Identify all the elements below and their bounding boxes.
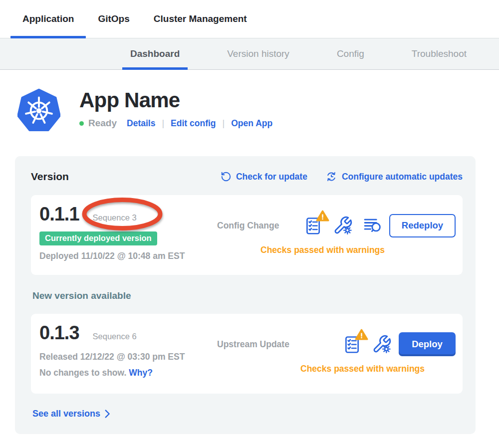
available-version-sequence: Sequence 6	[93, 332, 137, 341]
tab-cluster-management[interactable]: Cluster Management	[142, 0, 259, 38]
warning-triangle-icon	[355, 328, 368, 341]
tab-troubleshoot[interactable]: Troubleshoot	[404, 38, 475, 69]
no-changes-text: No changes to show.	[39, 368, 126, 378]
version-panel-title: Version	[31, 171, 221, 183]
config-tools-button[interactable]	[333, 216, 353, 235]
current-checks-status: Checks passed with warnings	[260, 245, 385, 255]
open-app-link[interactable]: Open App	[231, 118, 272, 129]
deployed-timestamp: Deployed 11/10/22 @ 10:48 am EST	[39, 251, 215, 261]
app-sub-nav: Dashboard Version history Config Trouble…	[0, 38, 499, 70]
check-for-update-button[interactable]: Check for update	[221, 171, 307, 183]
app-header: App Name Ready Details | Edit config | O…	[17, 88, 499, 133]
kubernetes-logo-icon	[17, 88, 60, 133]
tab-config[interactable]: Config	[329, 38, 372, 69]
available-change-type-label: Upstream Update	[217, 339, 302, 350]
available-version-card: 0.1.3 Sequence 6 Released 12/12/22 @ 03:…	[31, 314, 463, 394]
clock-refresh-icon	[325, 171, 337, 183]
chevron-right-icon	[105, 410, 110, 418]
preflight-logs-icon	[363, 218, 382, 233]
currently-deployed-badge: Currently deployed version	[39, 231, 157, 245]
divider: |	[223, 118, 225, 129]
tab-dashboard[interactable]: Dashboard	[122, 38, 188, 69]
refresh-icon	[221, 171, 232, 182]
divider: |	[162, 118, 164, 129]
tab-gitops[interactable]: GitOps	[86, 0, 141, 38]
available-version-number: 0.1.3	[39, 322, 79, 344]
current-version-number: 0.1.1	[39, 204, 79, 225]
configure-automatic-updates-button[interactable]: Configure automatic updates	[325, 171, 463, 183]
no-changes-line: No changes to show. Why?	[39, 368, 215, 378]
new-version-available-label: New version available	[32, 290, 463, 301]
tab-version-history[interactable]: Version history	[219, 38, 297, 69]
redeploy-button[interactable]: Redeploy	[389, 214, 456, 237]
current-version-sequence: Sequence 3	[93, 213, 137, 223]
status-dot-icon	[79, 121, 84, 126]
version-diff-checklist-button[interactable]	[343, 335, 361, 354]
see-all-versions-link[interactable]: See all versions	[32, 409, 110, 419]
preflight-logs-button[interactable]	[363, 218, 382, 233]
deploy-button[interactable]: Deploy	[399, 332, 456, 356]
page-title: App Name	[79, 89, 272, 112]
see-all-versions-label: See all versions	[32, 409, 100, 419]
primary-nav: Application GitOps Cluster Management	[0, 0, 499, 38]
tab-application[interactable]: Application	[10, 0, 86, 38]
current-version-card: 0.1.1 Sequence 3 Currently deployed vers…	[31, 195, 463, 275]
version-panel: Version Check for update Configure autom…	[15, 156, 476, 434]
edit-config-link[interactable]: Edit config	[171, 118, 216, 129]
released-timestamp: Released 12/12/22 @ 03:30 pm EST	[39, 352, 215, 362]
wrench-gear-icon	[333, 216, 353, 235]
warning-triangle-icon	[316, 210, 329, 222]
configure-automatic-updates-label: Configure automatic updates	[342, 172, 463, 182]
details-link[interactable]: Details	[127, 118, 155, 129]
check-for-update-label: Check for update	[236, 172, 307, 182]
available-checks-status: Checks passed with warnings	[300, 364, 425, 374]
version-diff-checklist-button[interactable]	[304, 216, 322, 235]
wrench-gear-icon	[372, 334, 392, 354]
config-tools-button[interactable]	[372, 334, 392, 354]
current-change-type-label: Config Change	[217, 221, 302, 231]
status-badge: Ready	[88, 118, 117, 129]
why-link[interactable]: Why?	[129, 368, 153, 378]
